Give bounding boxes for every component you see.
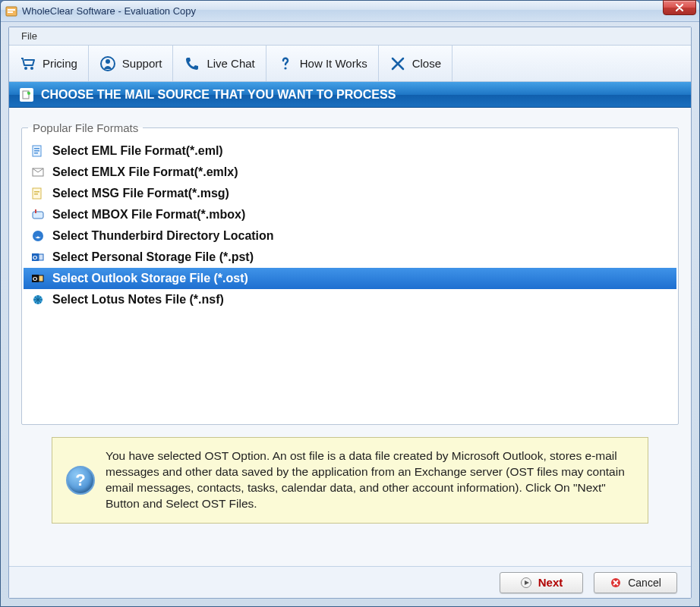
- info-text: You have selected OST Option. An ost fil…: [106, 448, 634, 512]
- eml-file-icon: [31, 144, 45, 158]
- support-icon: [99, 55, 116, 72]
- format-msg-label: Select MSG File Format(*.msg): [52, 187, 229, 200]
- menu-file[interactable]: File: [17, 29, 42, 43]
- svg-rect-17: [34, 193, 38, 195]
- outlook-pst-icon: O: [31, 250, 45, 264]
- info-box: ? You have selected OST Option. An ost f…: [52, 437, 648, 524]
- svg-point-3: [24, 67, 27, 70]
- toolbar-support-label: Support: [122, 57, 162, 70]
- svg-rect-16: [34, 191, 39, 193]
- banner-doc-icon: [20, 88, 33, 102]
- format-thunderbird-label: Select Thunderbird Directory Location: [52, 229, 274, 243]
- info-question-icon: ?: [66, 466, 95, 495]
- toolbar-close[interactable]: Close: [379, 46, 452, 81]
- format-mbox[interactable]: Select MBOX File Format(*.mbox): [24, 204, 676, 225]
- toolbar-livechat-label: Live Chat: [207, 57, 254, 70]
- cancel-button[interactable]: Cancel: [594, 572, 677, 593]
- svg-point-7: [284, 67, 286, 69]
- button-bar: Next Cancel: [9, 566, 691, 598]
- window-title: WholeClear Software - Evaluation Copy: [22, 5, 196, 17]
- format-emlx[interactable]: Select EMLX File Format(*.emlx): [24, 162, 676, 183]
- formats-legend: Popular File Formats: [28, 121, 143, 134]
- formats-group: Popular File Formats Select EML File For…: [21, 121, 679, 425]
- toolbar-howitworks-label: How It Works: [300, 57, 367, 70]
- svg-text:O: O: [33, 275, 37, 282]
- format-pst[interactable]: O Select Personal Storage File (*.pst): [24, 247, 676, 268]
- app-window: WholeClear Software - Evaluation Copy Fi…: [0, 0, 700, 607]
- mbox-icon: [31, 208, 45, 222]
- svg-rect-12: [34, 150, 39, 152]
- next-label: Next: [538, 576, 563, 589]
- cancel-label: Cancel: [628, 577, 661, 589]
- format-thunderbird[interactable]: Select Thunderbird Directory Location: [24, 225, 676, 247]
- format-ost-label: Select Outlook Storage File (*.ost): [52, 272, 248, 285]
- svg-rect-13: [34, 153, 38, 154]
- svg-rect-11: [34, 148, 39, 149]
- svg-rect-1: [8, 9, 15, 11]
- format-emlx-label: Select EMLX File Format(*.emlx): [52, 165, 238, 179]
- format-ost[interactable]: O Select Outlook Storage File (*.ost): [24, 268, 676, 289]
- cart-icon: [20, 55, 36, 72]
- menu-bar: File: [9, 27, 691, 46]
- toolbar-livechat[interactable]: Live Chat: [173, 46, 266, 81]
- play-icon: [520, 577, 532, 589]
- format-eml[interactable]: Select EML File Format(*.eml): [24, 140, 676, 162]
- title-bar: WholeClear Software - Evaluation Copy: [1, 1, 699, 22]
- svg-rect-23: [39, 254, 43, 260]
- format-nsf[interactable]: Select Lotus Notes File (*.nsf): [24, 289, 676, 310]
- format-msg[interactable]: Select MSG File Format(*.msg): [24, 183, 676, 204]
- thunderbird-icon: [31, 229, 45, 243]
- format-pst-label: Select Personal Storage File (*.pst): [52, 250, 254, 264]
- banner-text: CHOOSE THE MAIL SOURCE THAT YOU WANT TO …: [41, 88, 396, 102]
- outlook-ost-icon: O: [31, 272, 45, 285]
- toolbar: Pricing Support Live Chat How It Works: [9, 46, 691, 82]
- svg-text:O: O: [33, 254, 37, 261]
- toolbar-support[interactable]: Support: [89, 46, 174, 81]
- app-icon: [5, 5, 17, 17]
- phone-icon: [184, 55, 200, 72]
- body-area: Popular File Formats Select EML File For…: [9, 108, 691, 566]
- lotus-notes-icon: [31, 293, 45, 307]
- svg-point-9: [27, 92, 30, 95]
- next-button[interactable]: Next: [500, 572, 583, 593]
- format-list: Select EML File Format(*.eml) Select EML…: [22, 139, 678, 312]
- toolbar-pricing-label: Pricing: [43, 57, 77, 70]
- format-mbox-label: Select MBOX File Format(*.mbox): [52, 208, 245, 222]
- toolbar-howitworks[interactable]: How It Works: [266, 46, 379, 81]
- question-icon: [277, 55, 294, 72]
- window-close-button[interactable]: [663, 0, 696, 15]
- close-icon: [389, 55, 406, 72]
- client-area: File Pricing Support Live Chat: [8, 27, 692, 599]
- svg-rect-26: [39, 275, 43, 281]
- svg-point-6: [106, 59, 110, 64]
- format-eml-label: Select EML File Format(*.eml): [52, 144, 223, 158]
- svg-rect-18: [33, 212, 43, 219]
- toolbar-pricing[interactable]: Pricing: [9, 46, 89, 81]
- toolbar-close-label: Close: [412, 57, 441, 70]
- cancel-icon: [610, 577, 622, 589]
- svg-rect-19: [35, 209, 36, 213]
- section-banner: CHOOSE THE MAIL SOURCE THAT YOU WANT TO …: [9, 82, 691, 108]
- envelope-icon: [31, 165, 45, 179]
- svg-rect-2: [8, 11, 13, 13]
- format-nsf-label: Select Lotus Notes File (*.nsf): [52, 293, 224, 307]
- svg-point-4: [30, 67, 33, 70]
- msg-file-icon: [31, 187, 45, 200]
